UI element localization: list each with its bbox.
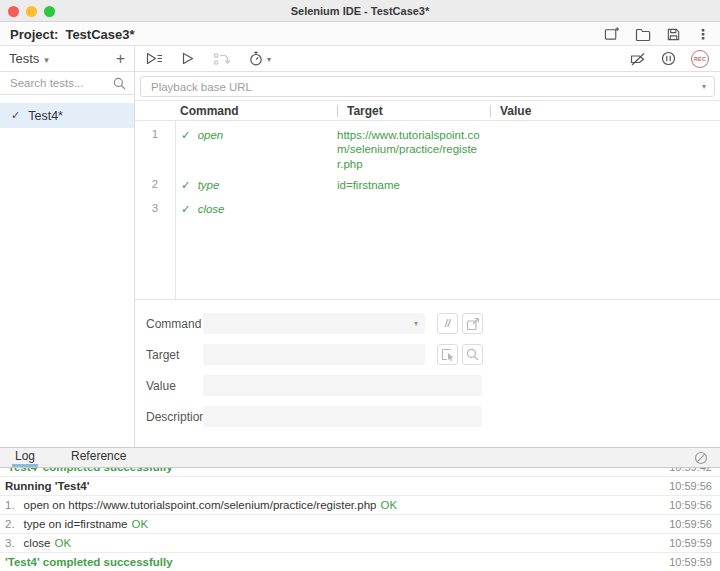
window-title: Selenium IDE - TestCase3*	[291, 5, 430, 17]
search-tests-input[interactable]	[8, 76, 113, 90]
value-field-label: Value	[146, 379, 203, 393]
command-target: id=firstname	[337, 178, 490, 192]
column-header-target: Target	[337, 105, 383, 117]
log-timestamp: 10:59:56	[669, 518, 712, 530]
pause-on-exceptions-icon[interactable]	[661, 51, 676, 66]
command-row-3[interactable]: 3 ✓close	[135, 195, 720, 219]
run-current-test-icon[interactable]	[182, 52, 194, 65]
run-all-tests-icon[interactable]	[146, 52, 163, 65]
log-text: 'Test4' completed successfully	[5, 556, 173, 568]
command-passed-check-icon: ✓	[181, 203, 191, 215]
log-text: type on id=firstname	[24, 518, 128, 530]
command-name: open	[198, 129, 224, 141]
titlebar: Selenium IDE - TestCase3*	[0, 0, 720, 22]
tab-reference[interactable]: Reference	[68, 448, 129, 467]
log-entries: 'Test4' completed successfully 10:59:42 …	[0, 468, 720, 571]
project-menu-icon[interactable]: ⋮	[696, 27, 710, 41]
log-entry: Running 'Test4' 10:59:56	[0, 477, 720, 496]
log-panel: Log Reference 'Test4' completed successf…	[0, 447, 720, 571]
command-target: https://www.tutorialspoint.com/selenium/…	[337, 128, 490, 171]
minimize-window-button[interactable]	[26, 6, 37, 17]
zoom-window-button[interactable]	[44, 6, 55, 17]
command-name: type	[198, 179, 220, 191]
step-over-icon[interactable]	[213, 52, 230, 66]
log-text: close	[24, 537, 51, 549]
row-number: 2	[135, 178, 175, 190]
chevron-down-icon[interactable]: ▾	[44, 55, 49, 65]
open-window-icon	[466, 317, 480, 331]
playback-base-url-box: ▾	[140, 76, 715, 97]
playback-base-url-input[interactable]	[149, 80, 696, 94]
comment-slashes-icon: //	[445, 318, 451, 329]
log-entry: 'Test4' completed successfully 10:59:42	[0, 468, 720, 477]
row-number: 1	[135, 128, 175, 140]
test-list-item-test4[interactable]: ✓ Test4*	[0, 103, 134, 128]
new-project-icon[interactable]	[604, 26, 620, 42]
value-input[interactable]	[203, 375, 482, 396]
project-label: Project:	[10, 27, 58, 42]
toggle-comment-button[interactable]: //	[437, 313, 458, 334]
row-number: 3	[135, 202, 175, 214]
clear-log-button[interactable]	[694, 448, 708, 467]
command-passed-check-icon: ✓	[181, 179, 191, 191]
chevron-down-icon: ▾	[414, 319, 418, 328]
tab-log[interactable]: Log	[12, 448, 38, 467]
search-icon	[113, 77, 126, 90]
command-table-body: 1 ✓open https://www.tutorialspoint.com/s…	[135, 121, 720, 300]
window-controls	[8, 6, 55, 17]
log-timestamp: 10:59:42	[669, 468, 712, 473]
find-target-button[interactable]	[462, 344, 483, 365]
select-target-icon	[441, 348, 455, 362]
command-passed-check-icon: ✓	[181, 129, 191, 141]
log-text: Running 'Test4'	[5, 480, 89, 492]
chevron-down-icon: ▾	[267, 55, 271, 64]
log-timestamp: 10:59:56	[669, 480, 712, 492]
log-timestamp: 10:59:59	[669, 537, 712, 549]
select-target-button[interactable]	[437, 344, 458, 365]
command-row-1[interactable]: 1 ✓open https://www.tutorialspoint.com/s…	[135, 121, 720, 171]
description-input[interactable]	[203, 406, 482, 427]
open-window-button[interactable]	[462, 313, 483, 334]
disable-breakpoints-icon[interactable]	[629, 52, 646, 66]
playback-toolbar: ▾ REC	[135, 46, 720, 72]
selenium-ide-window: Selenium IDE - TestCase3* Project: TestC…	[0, 0, 720, 571]
record-button[interactable]: REC	[691, 50, 709, 68]
test-name: Test4*	[28, 109, 63, 123]
command-row-2[interactable]: 2 ✓type id=firstname	[135, 171, 720, 195]
search-icon	[466, 348, 479, 361]
test-search-box	[0, 71, 134, 95]
command-table-header: Command Target Value	[135, 100, 720, 121]
save-project-icon[interactable]	[666, 27, 681, 42]
command-select[interactable]: ▾	[203, 313, 425, 334]
log-entry: 2. type on id=firstname OK 10:59:56	[0, 515, 720, 534]
chevron-down-icon[interactable]: ▾	[702, 82, 706, 91]
test-speed-icon[interactable]: ▾	[249, 51, 271, 66]
close-window-button[interactable]	[8, 6, 19, 17]
test-passed-check-icon: ✓	[11, 109, 20, 122]
target-input[interactable]	[203, 344, 425, 365]
column-header-command: Command	[175, 104, 337, 118]
log-entry: 3. close OK 10:59:59	[0, 534, 720, 553]
tests-sidebar: Tests ▾ + ✓ Test4*	[0, 46, 135, 447]
column-header-value: Value	[490, 105, 531, 117]
project-name: TestCase3*	[65, 27, 134, 42]
log-text: 'Test4' completed successfully	[5, 468, 173, 473]
log-entry: 1. open on https://www.tutorialspoint.co…	[0, 496, 720, 515]
add-test-button[interactable]: +	[116, 51, 125, 67]
target-field-label: Target	[146, 348, 203, 362]
command-detail-form: Command ▾ // T	[135, 313, 720, 437]
clear-log-icon	[694, 451, 708, 465]
log-timestamp: 10:59:59	[669, 556, 712, 568]
description-field-label: Description	[146, 410, 203, 424]
log-entry: 'Test4' completed successfully 10:59:59	[0, 553, 720, 571]
log-text: open on https://www.tutorialspoint.com/s…	[24, 499, 377, 511]
command-field-label: Command	[146, 317, 203, 331]
tests-dropdown[interactable]: Tests	[9, 51, 39, 66]
project-bar: Project: TestCase3* ⋮	[0, 23, 720, 46]
editor-panel: ▾ REC	[135, 46, 720, 447]
log-timestamp: 10:59:56	[669, 499, 712, 511]
log-tab-bar: Log Reference	[0, 447, 720, 468]
command-name: close	[198, 203, 225, 215]
open-project-icon[interactable]	[635, 27, 651, 42]
